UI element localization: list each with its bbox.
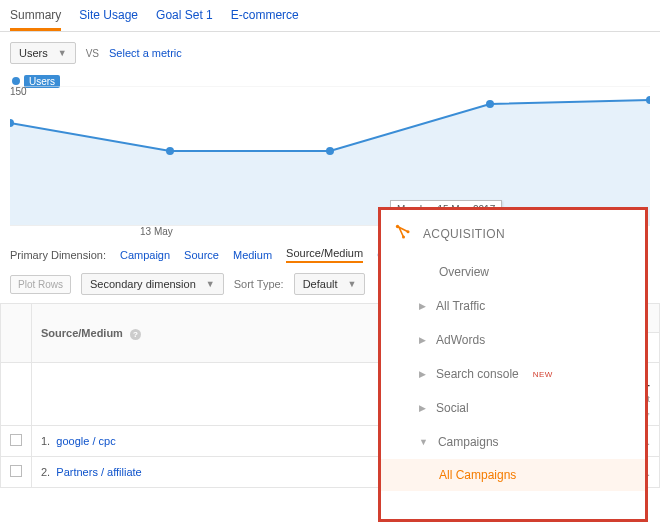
th-source-medium: Source/Medium [41,327,123,339]
row-source-link[interactable]: Partners / affiliate [56,466,141,478]
x-tick-a: 13 May [140,226,173,237]
nav-section-header[interactable]: ACQUISITION [381,216,645,255]
vs-label: VS [86,48,99,59]
svg-point-5 [486,100,494,108]
row-checkbox[interactable] [10,465,22,477]
acquisition-nav-panel: ACQUISITION Overview ▶ All Traffic ▶ AdW… [378,207,648,522]
plot-rows-button[interactable]: Plot Rows [10,275,71,294]
chevron-down-icon: ▼ [58,48,67,58]
svg-point-9 [402,236,405,239]
sort-type-label: Sort Type: [234,278,284,290]
row-source-link[interactable]: google / cpc [56,435,115,447]
nav-section-label: ACQUISITION [423,227,505,241]
nav-all-campaigns[interactable]: All Campaigns [381,459,645,491]
dim-medium[interactable]: Medium [233,249,272,261]
row-index: 2. [41,466,50,478]
sort-type-select[interactable]: Default ▼ [294,273,366,295]
chevron-down-icon: ▼ [206,279,215,289]
dim-source[interactable]: Source [184,249,219,261]
metric-row: Users ▼ VS Select a metric [0,32,660,74]
nav-search-console[interactable]: ▶ Search console NEW [381,357,645,391]
help-icon[interactable]: ? [130,329,141,340]
dim-campaign[interactable]: Campaign [120,249,170,261]
svg-point-4 [326,147,334,155]
line-chart [10,86,650,226]
chevron-down-icon: ▼ [348,279,357,289]
triangle-right-icon: ▶ [419,403,426,413]
tab-goal-set-1[interactable]: Goal Set 1 [156,8,213,31]
nav-overview[interactable]: Overview [381,255,645,289]
nav-all-traffic[interactable]: ▶ All Traffic [381,289,645,323]
nav-campaigns[interactable]: ▼ Campaigns [381,425,645,459]
legend-dot-icon [12,77,20,85]
acquisition-icon [393,222,411,245]
dim-source-medium[interactable]: Source/Medium [286,247,363,263]
row-checkbox[interactable] [10,434,22,446]
new-badge: NEW [533,370,553,379]
tab-site-usage[interactable]: Site Usage [79,8,138,31]
svg-point-8 [407,230,410,233]
triangle-right-icon: ▶ [419,335,426,345]
primary-metric-label: Users [19,47,48,59]
nav-social[interactable]: ▶ Social [381,391,645,425]
primary-dimension-label: Primary Dimension: [10,249,106,261]
secondary-dimension-select[interactable]: Secondary dimension ▼ [81,273,224,295]
primary-metric-select[interactable]: Users ▼ [10,42,76,64]
svg-point-3 [166,147,174,155]
select-secondary-metric[interactable]: Select a metric [109,47,182,59]
triangle-down-icon: ▼ [419,437,428,447]
triangle-right-icon: ▶ [419,369,426,379]
report-tabs: Summary Site Usage Goal Set 1 E-commerce [0,0,660,32]
nav-adwords[interactable]: ▶ AdWords [381,323,645,357]
triangle-right-icon: ▶ [419,301,426,311]
row-index: 1. [41,435,50,447]
tab-ecommerce[interactable]: E-commerce [231,8,299,31]
tab-summary[interactable]: Summary [10,8,61,31]
